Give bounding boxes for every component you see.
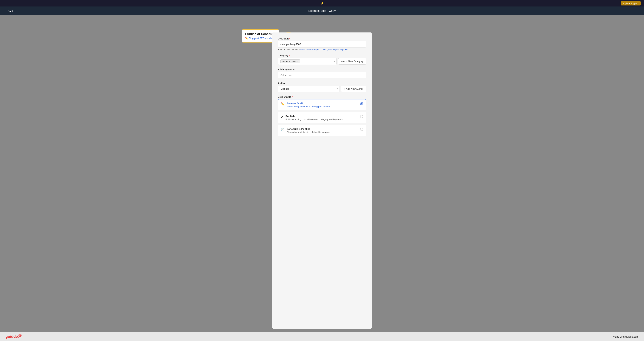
schedule-text: Schedule & Publish Pick a date and time … bbox=[286, 127, 358, 133]
nav-title: Example Blog - Copy bbox=[308, 9, 336, 13]
author-select[interactable]: Michael bbox=[278, 86, 340, 92]
nav-bar: ← Back Example Blog - Copy bbox=[0, 6, 644, 15]
author-label: Author bbox=[278, 82, 366, 85]
category-row: Location News × ▾ + Add New Category bbox=[278, 58, 366, 65]
bottom-bar: guidde. 13 Made with guidde.com bbox=[0, 332, 644, 341]
category-label: Category * bbox=[278, 54, 366, 57]
keywords-select-wrapper bbox=[278, 72, 366, 78]
category-tag: Location News × bbox=[280, 59, 300, 63]
main-content: Publish or Schedule ✏️ Blog post SEO det… bbox=[0, 15, 644, 332]
guidde-logo-text: guidde. bbox=[6, 334, 19, 339]
callout-link-label: Blog post SEO details bbox=[249, 37, 272, 40]
draft-pencil-icon: ✏️ bbox=[281, 102, 284, 106]
blog-status-label: Blog Status * bbox=[278, 95, 366, 98]
made-with-text: Made with guidde.com bbox=[613, 335, 638, 338]
author-select-wrapper: Michael ▾ bbox=[278, 86, 340, 92]
callout-seo-link[interactable]: ✏️ Blog post SEO details bbox=[245, 37, 276, 40]
lightning-icon: ⚡ bbox=[320, 1, 324, 5]
pencil-icon: ✏️ bbox=[245, 37, 248, 40]
url-slug-label: URL Slug * bbox=[278, 37, 366, 40]
publish-radio[interactable] bbox=[360, 115, 363, 118]
draft-radio[interactable] bbox=[360, 102, 363, 105]
url-hint: Your URL will look like: - https://www.e… bbox=[278, 48, 366, 51]
chevron-down-icon: ▾ bbox=[334, 60, 335, 62]
author-group: Author Michael ▾ + Add New Author bbox=[278, 82, 366, 92]
status-option-draft[interactable]: ✏️ Save as Draft Keep saving the version… bbox=[278, 99, 366, 110]
url-slug-required: * bbox=[289, 37, 290, 40]
blog-status-group: Blog Status * ✏️ Save as Draft Keep savi… bbox=[278, 95, 366, 136]
schedule-radio[interactable] bbox=[360, 128, 363, 131]
category-tag-label: Location News bbox=[282, 60, 296, 63]
category-group: Category * Location News × ▾ + Add New C… bbox=[278, 54, 366, 65]
form-panel: URL Slug * Your URL will look like: - ht… bbox=[272, 32, 372, 329]
category-tag-remove[interactable]: × bbox=[297, 60, 298, 63]
schedule-title: Schedule & Publish bbox=[286, 127, 358, 130]
add-category-button[interactable]: + Add New Category bbox=[338, 58, 366, 65]
status-option-schedule[interactable]: 🕐 Schedule & Publish Pick a date and tim… bbox=[278, 125, 366, 136]
schedule-clock-icon: 🕐 bbox=[281, 128, 284, 132]
keywords-label: Add Keywords bbox=[278, 68, 366, 71]
status-option-publish[interactable]: ↗ Publish Publish the blog post with con… bbox=[278, 112, 366, 123]
guidde-badge: 13 bbox=[18, 334, 22, 337]
blog-status-required: * bbox=[292, 95, 292, 98]
back-label: Back bbox=[8, 9, 13, 12]
back-button[interactable]: ← Back bbox=[4, 9, 13, 12]
category-required: * bbox=[289, 54, 290, 57]
author-row: Michael ▾ + Add New Author bbox=[278, 86, 366, 92]
draft-desc: Keep saving the version of blog post con… bbox=[286, 105, 358, 108]
schedule-desc: Pick a date and time to publish this blo… bbox=[286, 131, 358, 133]
callout-title: Publish or Schedule bbox=[245, 32, 276, 36]
add-author-button[interactable]: + Add New Author bbox=[341, 86, 366, 92]
publish-arrow-icon: ↗ bbox=[281, 115, 283, 119]
category-select[interactable]: Location News × ▾ bbox=[278, 58, 336, 65]
keywords-group: Add Keywords bbox=[278, 68, 366, 78]
top-bar: ⚡ topline Support bbox=[0, 0, 644, 6]
publish-desc: Publish the blog post with content, cate… bbox=[286, 118, 358, 121]
keywords-input[interactable] bbox=[278, 72, 366, 78]
url-slug-group: URL Slug * Your URL will look like: - ht… bbox=[278, 37, 366, 51]
guidde-logo: guidde. 13 bbox=[6, 334, 22, 339]
top-bar-center: ⚡ bbox=[320, 1, 324, 5]
publish-title: Publish bbox=[286, 115, 358, 118]
url-hint-link[interactable]: https://www.example.com/blog/b/example-b… bbox=[300, 48, 348, 51]
category-select-wrapper: Location News × ▾ bbox=[278, 58, 336, 65]
draft-title: Save as Draft bbox=[286, 102, 358, 105]
back-arrow-icon: ← bbox=[4, 9, 7, 12]
support-button[interactable]: topline Support bbox=[621, 1, 640, 5]
publish-text: Publish Publish the blog post with conte… bbox=[286, 115, 358, 121]
url-slug-input[interactable] bbox=[278, 41, 366, 47]
draft-text: Save as Draft Keep saving the version of… bbox=[286, 102, 358, 108]
